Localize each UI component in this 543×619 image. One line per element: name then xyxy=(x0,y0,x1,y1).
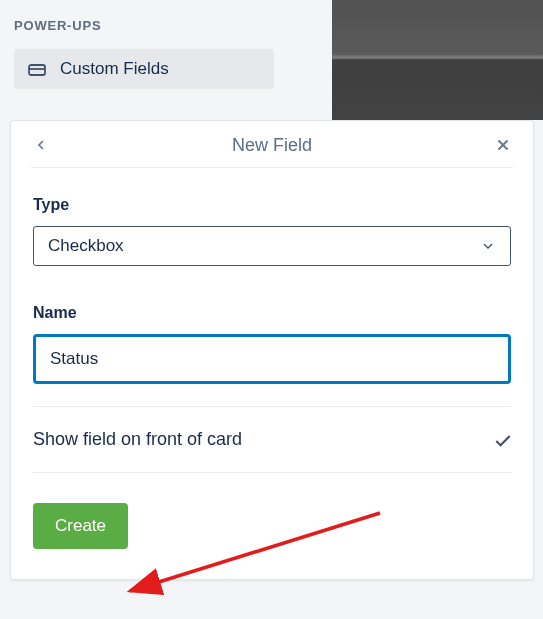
powerups-section-label: POWER-UPS xyxy=(14,18,318,33)
checkmark-icon xyxy=(493,431,511,449)
type-label: Type xyxy=(33,196,511,214)
type-select[interactable]: Checkbox xyxy=(33,226,511,266)
svg-rect-0 xyxy=(29,65,45,75)
back-button[interactable] xyxy=(31,135,51,155)
background-image xyxy=(332,0,543,120)
show-on-front-label: Show field on front of card xyxy=(33,429,242,450)
type-value: Checkbox xyxy=(48,236,124,256)
custom-fields-button[interactable]: Custom Fields xyxy=(14,49,274,89)
custom-fields-label: Custom Fields xyxy=(60,59,169,79)
close-button[interactable] xyxy=(493,135,513,155)
modal-title: New Field xyxy=(232,135,312,156)
create-button[interactable]: Create xyxy=(33,503,128,549)
new-field-modal: New Field Type Checkbox Name Show field … xyxy=(10,120,534,580)
name-label: Name xyxy=(33,304,511,322)
card-icon xyxy=(28,62,46,76)
chevron-down-icon xyxy=(480,238,496,254)
show-on-front-toggle[interactable]: Show field on front of card xyxy=(33,407,511,472)
name-input[interactable] xyxy=(33,334,511,384)
